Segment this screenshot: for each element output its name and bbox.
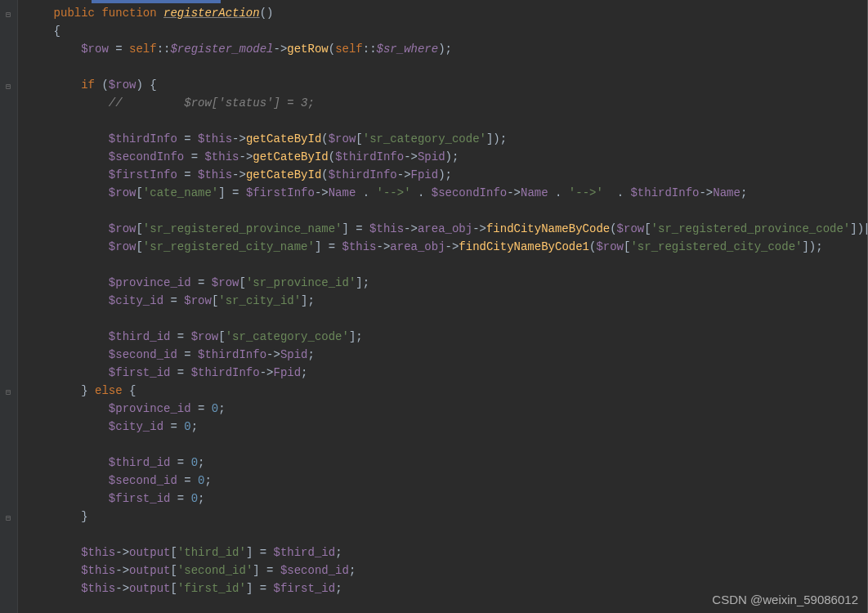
code-line[interactable] [26, 436, 867, 454]
code-line[interactable]: $thirdInfo = $this->getCateById($row['sr… [26, 130, 867, 148]
code-line[interactable]: if ($row) { [26, 76, 867, 94]
code-line[interactable]: $first_id = 0; [26, 490, 867, 508]
fold-icon[interactable]: ⊟ [3, 82, 13, 92]
code-line[interactable] [26, 310, 867, 328]
code-line[interactable]: { [26, 22, 867, 40]
code-line[interactable] [26, 526, 867, 544]
code-line[interactable]: } [26, 508, 867, 526]
code-line[interactable]: $city_id = $row['sr_city_id']; [26, 292, 867, 310]
editor-container: ⊟⊟⊟⊟ public function registerAction() { … [0, 0, 868, 613]
code-line[interactable]: $third_id = $row['sr_category_code']; [26, 328, 867, 346]
code-line[interactable]: $firstInfo = $this->getCateById($thirdIn… [26, 166, 867, 184]
code-line[interactable]: $row = self::$register_model->getRow(sel… [26, 40, 867, 58]
code-line[interactable]: $second_id = 0; [26, 472, 867, 490]
code-line[interactable]: $province_id = $row['sr_province_id']; [26, 274, 867, 292]
code-line[interactable]: $secondInfo = $this->getCateById($thirdI… [26, 148, 867, 166]
code-line[interactable]: $row['sr_registered_province_name'] = $t… [26, 220, 867, 238]
code-line[interactable]: // $row['status'] = 3; [26, 94, 867, 112]
watermark: CSDN @weixin_59086012 [712, 593, 858, 606]
code-line[interactable]: $this->output['second_id'] = $second_id; [26, 562, 867, 579]
code-line[interactable]: $province_id = 0; [26, 400, 867, 418]
code-line[interactable] [26, 202, 867, 220]
code-line[interactable]: } else { [26, 382, 867, 400]
fold-icon[interactable]: ⊟ [3, 10, 13, 20]
code-line[interactable]: $first_id = $thirdInfo->Fpid; [26, 364, 867, 382]
code-line[interactable]: $city_id = 0; [26, 418, 867, 436]
code-line[interactable]: $second_id = $thirdInfo->Spid; [26, 346, 867, 364]
code-line[interactable]: $this->output['third_id'] = $third_id; [26, 544, 867, 562]
code-line[interactable]: public function registerAction() [26, 4, 867, 22]
fold-icon[interactable]: ⊟ [3, 387, 13, 397]
gutter[interactable]: ⊟⊟⊟⊟ [0, 0, 18, 613]
code-line[interactable]: $row['sr_registered_city_name'] = $this-… [26, 238, 867, 256]
code-line[interactable]: $row['cate_name'] = $firstInfo->Name . '… [26, 184, 867, 202]
code-line[interactable] [26, 256, 867, 274]
code-area[interactable]: public function registerAction() { $row … [18, 0, 868, 613]
code-line[interactable]: $third_id = 0; [26, 454, 867, 472]
fold-icon[interactable]: ⊟ [3, 513, 13, 523]
code-line[interactable] [26, 58, 867, 76]
code-line[interactable] [26, 112, 867, 130]
